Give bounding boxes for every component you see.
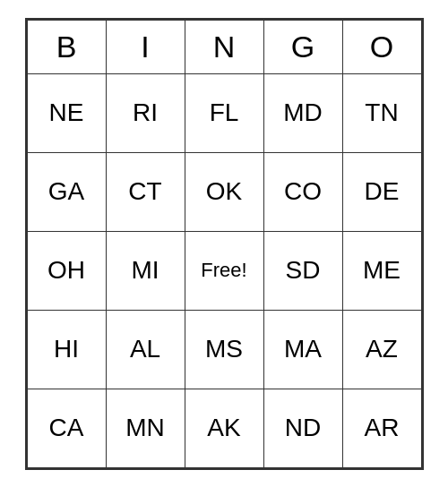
cell-1-0: GA [27, 152, 106, 231]
bingo-card: B I N G O NE RI FL MD TN GA CT OK CO DE [25, 18, 424, 470]
cell-3-1: AL [106, 310, 185, 389]
header-row: B I N G O [27, 20, 421, 73]
cell-2-4: ME [342, 231, 421, 310]
table-row: CA MN AK ND AR [27, 389, 421, 467]
cell-1-1: CT [106, 152, 185, 231]
table-row: NE RI FL MD TN [27, 73, 421, 152]
cell-0-3: MD [263, 73, 342, 152]
cell-1-2: OK [185, 152, 263, 231]
cell-4-4: AR [342, 389, 421, 467]
cell-4-3: ND [263, 389, 342, 467]
header-n: N [185, 20, 263, 73]
cell-2-1: MI [106, 231, 185, 310]
table-row: OH MI Free! SD ME [27, 231, 421, 310]
cell-4-2: AK [185, 389, 263, 467]
cell-1-3: CO [263, 152, 342, 231]
cell-4-1: MN [106, 389, 185, 467]
cell-1-4: DE [342, 152, 421, 231]
cell-3-0: HI [27, 310, 106, 389]
cell-0-4: TN [342, 73, 421, 152]
cell-2-3: SD [263, 231, 342, 310]
cell-4-0: CA [27, 389, 106, 467]
cell-3-2: MS [185, 310, 263, 389]
cell-2-0: OH [27, 231, 106, 310]
header-g: G [263, 20, 342, 73]
header-b: B [27, 20, 106, 73]
cell-0-2: FL [185, 73, 263, 152]
header-i: I [106, 20, 185, 73]
cell-0-1: RI [106, 73, 185, 152]
cell-3-4: AZ [342, 310, 421, 389]
cell-2-2: Free! [185, 231, 263, 310]
cell-3-3: MA [263, 310, 342, 389]
header-o: O [342, 20, 421, 73]
table-row: GA CT OK CO DE [27, 152, 421, 231]
cell-0-0: NE [27, 73, 106, 152]
bingo-table: B I N G O NE RI FL MD TN GA CT OK CO DE [27, 20, 422, 468]
table-row: HI AL MS MA AZ [27, 310, 421, 389]
